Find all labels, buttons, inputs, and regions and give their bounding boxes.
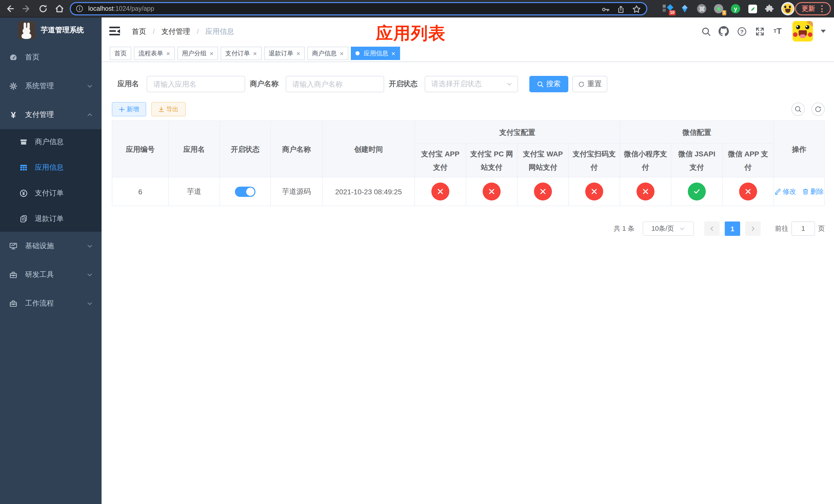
- alipay-wap-status-icon: [534, 183, 552, 201]
- browser-reload-icon[interactable]: [38, 4, 48, 14]
- wx-jsapi-status-icon: [688, 183, 706, 201]
- breadcrumb-home[interactable]: 首页: [132, 27, 146, 36]
- col-merchant: 商户名称: [270, 121, 322, 177]
- bookmark-star-icon[interactable]: [632, 5, 641, 14]
- browser-profile-avatar[interactable]: [781, 2, 794, 15]
- page-unit: 页: [818, 224, 825, 233]
- sidebar-logo[interactable]: 芋道管理系统: [0, 18, 102, 43]
- current-page-button[interactable]: 1: [725, 222, 740, 236]
- select-caret-icon: [679, 226, 685, 232]
- tab-refund-order[interactable]: 退款订单×: [264, 47, 305, 60]
- tab-process-form[interactable]: 流程表单×: [134, 47, 175, 60]
- url-text[interactable]: localhost:1024/pay/app: [88, 5, 154, 12]
- sidebar: 芋道管理系统 首页 系统管理 ¥ 支付管理: [0, 18, 102, 504]
- font-size-icon[interactable]: TT: [772, 26, 783, 37]
- sidebar-item-pay-order[interactable]: 支付订单: [0, 181, 102, 206]
- toolbar: 新增 导出: [112, 102, 825, 116]
- close-icon[interactable]: ×: [210, 49, 213, 57]
- extension-y-icon[interactable]: y: [730, 4, 741, 14]
- merchant-name-input[interactable]: [286, 76, 384, 92]
- col-alipay-pc: 支付宝 PC 网站支付: [466, 143, 517, 177]
- merchant-name-label: 商户名称: [250, 79, 279, 89]
- password-key-icon[interactable]: [601, 5, 610, 14]
- sidebar-item-refund-order[interactable]: 退款订单: [0, 206, 102, 232]
- sidebar-item-home[interactable]: 首页: [0, 43, 102, 72]
- sidebar-item-pay[interactable]: ¥ 支付管理: [0, 100, 102, 129]
- browser-chrome: localhost:1024/pay/app 10 1 y 更新: [0, 0, 834, 18]
- sidebar-item-workflow[interactable]: 工作流程: [0, 289, 102, 318]
- sidebar-item-devtools[interactable]: 研发工具: [0, 260, 102, 289]
- user-avatar[interactable]: [792, 21, 813, 42]
- status-toggle[interactable]: [235, 186, 256, 197]
- page-size-select[interactable]: 10条/页: [643, 222, 694, 236]
- breadcrumb-pay[interactable]: 支付管理: [161, 27, 190, 36]
- tab-user-group[interactable]: 用户分组×: [177, 47, 218, 60]
- dashboard-icon: [9, 53, 18, 62]
- help-icon[interactable]: ?: [737, 26, 747, 37]
- chevron-left-icon: [709, 226, 715, 232]
- sidebar-collapse-icon[interactable]: [109, 27, 120, 36]
- edit-button[interactable]: 修改: [774, 187, 796, 196]
- extension-command-icon[interactable]: [697, 4, 707, 14]
- plus-icon: [119, 107, 125, 112]
- browser-back-icon[interactable]: [5, 4, 15, 14]
- yen-circle-icon: [20, 189, 28, 198]
- browser-update-button[interactable]: 更新: [795, 2, 831, 15]
- close-icon[interactable]: ×: [340, 49, 344, 57]
- delete-button[interactable]: 删除: [802, 187, 824, 196]
- search-icon[interactable]: [701, 26, 711, 37]
- close-icon[interactable]: ×: [297, 49, 300, 57]
- cell-app-id: 6: [112, 177, 169, 206]
- close-icon[interactable]: ×: [253, 49, 257, 57]
- github-icon[interactable]: [719, 26, 729, 37]
- tab-merchant-info[interactable]: 商户信息×: [307, 47, 348, 60]
- close-icon[interactable]: ×: [166, 49, 170, 57]
- reset-button[interactable]: 重置: [572, 76, 607, 92]
- fullscreen-icon[interactable]: [754, 26, 765, 37]
- screenshot-root: localhost:1024/pay/app 10 1 y 更新 芋道管理系统: [0, 0, 834, 504]
- browser-forward-icon[interactable]: [22, 4, 32, 14]
- col-status: 开启状态: [220, 121, 270, 177]
- wx-lite-status-icon: [637, 183, 655, 201]
- col-wx-app: 微信 APP 支付: [722, 143, 774, 177]
- tab-pay-order[interactable]: 支付订单×: [221, 47, 261, 60]
- extension-diamond-icon[interactable]: 10: [663, 4, 673, 14]
- search-button[interactable]: 搜索: [529, 76, 568, 92]
- tab-home[interactable]: 首页: [110, 47, 131, 60]
- sidebar-item-merchant-info[interactable]: 商户信息: [0, 129, 102, 155]
- tab-app-info[interactable]: 应用信息×: [351, 47, 400, 60]
- hide-search-button[interactable]: [791, 102, 805, 116]
- sidebar-item-infra[interactable]: 基础设施: [0, 232, 102, 260]
- prev-page-button[interactable]: [704, 222, 720, 236]
- chevron-down-icon: [86, 83, 93, 90]
- extensions-puzzle-icon[interactable]: [764, 4, 774, 14]
- add-button[interactable]: 新增: [112, 102, 146, 116]
- address-bar[interactable]: localhost:1024/pay/app: [70, 2, 647, 15]
- search-button-icon: [537, 81, 544, 87]
- sidebar-item-app-info[interactable]: 应用信息: [0, 155, 102, 181]
- browser-home-icon[interactable]: [54, 4, 65, 14]
- col-alipay-qr: 支付宝扫码支付: [569, 143, 620, 177]
- refresh-button[interactable]: [811, 102, 825, 116]
- extension-gem-icon[interactable]: [680, 4, 690, 14]
- reset-refresh-icon: [578, 81, 585, 87]
- breadcrumb: 首页 / 支付管理 / 应用信息: [132, 18, 234, 45]
- extension-doc-icon[interactable]: [747, 4, 758, 14]
- avatar-dropdown-caret[interactable]: [821, 30, 826, 33]
- browser-menu-icon[interactable]: [821, 5, 823, 12]
- sidebar-item-system[interactable]: 系统管理: [0, 72, 102, 100]
- pagination-total: 共 1 条: [614, 224, 635, 233]
- site-info-icon[interactable]: [76, 5, 83, 12]
- shop-icon: [20, 138, 28, 146]
- extension-recorder-icon[interactable]: 1: [714, 4, 724, 14]
- col-alipay-wap: 支付宝 WAP 网站支付: [517, 143, 569, 177]
- goto-page-input[interactable]: 1: [791, 222, 815, 236]
- app-name-label: 应用名: [117, 79, 139, 89]
- status-select[interactable]: 请选择开启状态: [425, 76, 518, 92]
- share-icon[interactable]: [616, 5, 625, 14]
- export-button[interactable]: 导出: [151, 102, 186, 116]
- app-name-input[interactable]: [147, 76, 245, 92]
- close-icon[interactable]: ×: [391, 49, 395, 57]
- app-table: 应用编号 应用名 开启状态 商户名称 创建时间 支付宝配置 微信配置 操作 支付…: [112, 120, 825, 206]
- next-page-button[interactable]: [745, 222, 761, 236]
